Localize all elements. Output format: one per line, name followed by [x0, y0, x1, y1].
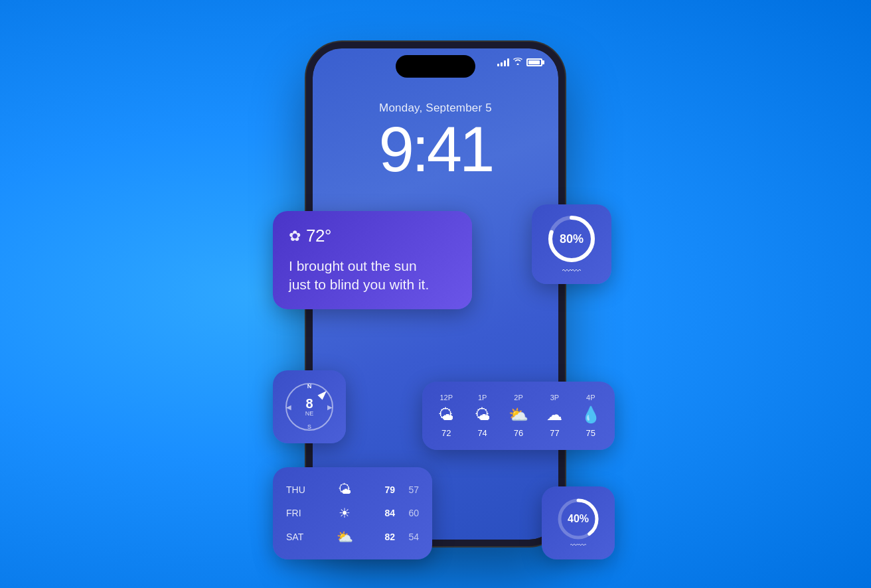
daily-day-thu: THU: [286, 484, 310, 495]
daily-row-sat: SAT ⛅ 82 54: [286, 525, 419, 549]
wifi-icon: [513, 58, 522, 66]
signal-bar-3: [504, 60, 506, 66]
hourly-item-3p: 3P ☁ 77: [541, 394, 568, 438]
hour-icon-2p: ⛅: [509, 407, 528, 423]
compass-needle: [318, 389, 329, 400]
humidity-percent-small: 40%: [568, 513, 589, 525]
daily-icon-fri: ☀: [335, 505, 354, 521]
temperature-display: 72°: [306, 226, 331, 246]
daily-temps-sat: 82 54: [379, 532, 419, 542]
daily-temps-fri: 84 60: [379, 508, 419, 518]
daily-day-sat: SAT: [286, 532, 310, 542]
compass-east: ▶: [327, 404, 333, 411]
wind-center: 8 NE: [305, 397, 314, 417]
hour-label-12p: 12P: [439, 394, 453, 402]
hour-label-2p: 2P: [514, 394, 522, 402]
daily-icon-thu: 🌤: [335, 482, 354, 497]
compass-north: N: [307, 383, 312, 390]
hour-icon-4p: 💧: [581, 407, 601, 423]
daily-row-thu: THU 🌤 79 57: [286, 478, 419, 501]
signal-bars: [497, 58, 509, 66]
humidity-widget-small[interactable]: 40% 〰〰: [542, 486, 615, 559]
datetime-section: Monday, September 5 9:41: [313, 102, 558, 181]
wind-direction: NE: [305, 410, 314, 417]
signal-bar-2: [501, 62, 503, 66]
time-display: 9:41: [313, 117, 558, 181]
hourly-row: 12P 🌤 72 1P 🌤 74 2P ⛅ 76 3P ☁ 77 4P 💧: [433, 394, 604, 438]
daily-icon-sat: ⛅: [335, 529, 354, 545]
compass-south: S: [307, 423, 311, 430]
humidity-icon-small: 〰〰: [570, 541, 586, 550]
hour-label-4p: 4P: [586, 394, 595, 402]
hour-temp-4p: 75: [586, 428, 595, 438]
hourly-item-12p: 12P 🌤 72: [433, 394, 459, 438]
wind-speed: 8: [305, 397, 314, 410]
battery-fill: [528, 60, 540, 64]
humidity-widget[interactable]: 80% 〰〰: [532, 204, 611, 284]
wind-widget[interactable]: N S ◀ ▶ 8 NE: [273, 370, 346, 443]
humidity-ring: 80%: [545, 212, 598, 265]
hour-icon-12p: 🌤: [438, 407, 454, 423]
hour-temp-12p: 72: [441, 428, 451, 438]
daily-low-fri: 60: [403, 508, 419, 518]
hourly-item-1p: 1P 🌤 74: [469, 394, 495, 438]
daily-row-fri: FRI ☀ 84 60: [286, 501, 419, 525]
phone-container: ✿ 72° I brought out the sunjust to blind…: [306, 42, 565, 546]
hourly-item-2p: 2P ⛅ 76: [505, 394, 532, 438]
hour-label-1p: 1P: [478, 394, 487, 402]
hourly-forecast-widget[interactable]: 12P 🌤 72 1P 🌤 74 2P ⛅ 76 3P ☁ 77 4P 💧: [422, 382, 615, 450]
signal-bar-4: [507, 58, 509, 66]
hour-temp-2p: 76: [514, 428, 523, 438]
sun-icon: ✿: [289, 228, 301, 245]
daily-low-sat: 54: [403, 532, 419, 542]
hour-icon-1p: 🌤: [475, 407, 491, 423]
weather-description: I brought out the sunjust to blind you w…: [289, 257, 456, 295]
daily-high-thu: 79: [379, 484, 395, 495]
compass-west: ◀: [286, 404, 291, 411]
compass-ring: N S ◀ ▶ 8 NE: [285, 383, 333, 431]
hourly-item-4p: 4P 💧 75: [578, 394, 604, 438]
daily-day-fri: FRI: [286, 508, 310, 518]
weather-header: ✿ 72°: [289, 226, 456, 246]
humidity-icon: 〰〰: [562, 265, 581, 276]
hour-temp-3p: 77: [550, 428, 559, 438]
daily-high-fri: 84: [379, 508, 395, 518]
signal-bar-1: [497, 64, 499, 66]
humidity-percent: 80%: [560, 232, 584, 246]
hour-icon-3p: ☁: [546, 407, 562, 423]
daily-low-thu: 57: [403, 484, 419, 495]
daily-high-sat: 82: [379, 532, 395, 542]
hour-temp-1p: 74: [477, 428, 487, 438]
hour-label-3p: 3P: [550, 394, 559, 402]
humidity-ring-small: 40%: [555, 496, 601, 542]
battery-icon: [526, 58, 542, 66]
daily-temps-thu: 79 57: [379, 484, 419, 495]
date-display: Monday, September 5: [313, 102, 558, 115]
dynamic-island: [396, 55, 475, 78]
daily-forecast-widget[interactable]: THU 🌤 79 57 FRI ☀ 84 60 SAT ⛅ 82 54: [273, 467, 432, 559]
weather-widget[interactable]: ✿ 72° I brought out the sunjust to blind…: [273, 211, 472, 309]
